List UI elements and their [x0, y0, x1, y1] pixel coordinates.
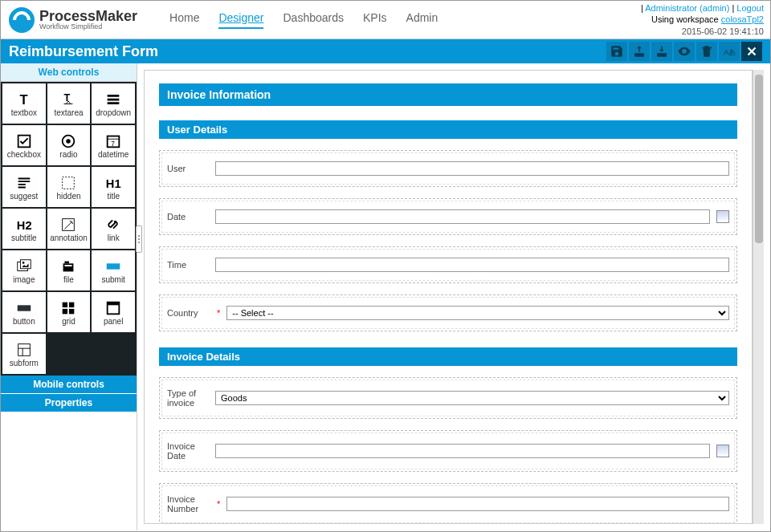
field-invoice-number[interactable]: Invoice Number *: [159, 483, 737, 524]
nav-admin[interactable]: Admin: [406, 11, 439, 29]
logo-tagline: Workflow Simplified: [39, 23, 137, 30]
delete-button[interactable]: [696, 42, 717, 61]
field-time[interactable]: Time: [159, 246, 737, 283]
calendar-icon[interactable]: [716, 445, 729, 457]
workspace-link[interactable]: colosaTpl2: [721, 14, 764, 24]
nav-dashboards[interactable]: Dashboards: [283, 11, 344, 29]
svg-rect-11: [63, 218, 75, 230]
svg-rect-25: [108, 302, 120, 305]
palette-file[interactable]: file: [47, 250, 91, 290]
palette-suggest[interactable]: suggest: [2, 167, 46, 207]
palette-datetime[interactable]: 7datetime: [92, 125, 135, 165]
palette-annotation[interactable]: annotation: [47, 209, 91, 249]
svg-point-5: [67, 139, 71, 144]
field-date[interactable]: Date: [159, 198, 737, 235]
svg-text:T: T: [19, 91, 27, 106]
section-invoice-info[interactable]: Invoice Information: [159, 83, 737, 106]
svg-point-14: [22, 262, 25, 264]
svg-rect-20: [63, 302, 67, 307]
close-button[interactable]: [741, 42, 762, 61]
select-type[interactable]: Goods: [215, 391, 729, 405]
titlebar-actions: Aあ: [606, 42, 762, 61]
palette-panel[interactable]: panel: [92, 292, 135, 332]
palette-checkbox[interactable]: checkbox: [2, 125, 46, 165]
palette-hidden[interactable]: hidden: [47, 167, 91, 207]
input-date[interactable]: [215, 209, 710, 224]
section-invoice-details[interactable]: Invoice Details: [159, 347, 737, 366]
field-user[interactable]: User: [159, 150, 737, 187]
form-canvas[interactable]: Invoice Information User Details User Da…: [144, 70, 753, 524]
svg-rect-26: [18, 343, 30, 355]
palette-title[interactable]: H1title: [92, 167, 135, 207]
timestamp: 2015-06-02 19:41:10: [641, 26, 764, 37]
logo-name: ProcessMaker: [39, 9, 137, 23]
svg-rect-15: [63, 263, 74, 271]
language-button[interactable]: Aあ: [719, 42, 740, 61]
svg-text:H1: H1: [106, 177, 121, 189]
select-country[interactable]: -- Select --: [226, 306, 729, 320]
label-time: Time: [167, 260, 209, 270]
palette-button[interactable]: button: [2, 292, 46, 332]
sidebar-resize-handle[interactable]: [136, 225, 142, 253]
field-invoice-date[interactable]: Invoice Date: [159, 430, 737, 472]
svg-rect-22: [63, 308, 67, 313]
palette-subform[interactable]: subform: [2, 334, 46, 374]
main-nav: Home Designer Dashboards KPIs Admin: [169, 11, 438, 29]
form-canvas-area: Invoice Information User Details User Da…: [137, 63, 770, 530]
palette-submit[interactable]: submit: [92, 250, 135, 290]
palette-radio[interactable]: radio: [47, 125, 91, 165]
svg-rect-17: [65, 265, 72, 266]
svg-text:7: 7: [111, 140, 115, 147]
svg-text:H2: H2: [17, 218, 32, 231]
input-time[interactable]: [215, 258, 729, 272]
label-country: Country: [167, 308, 209, 318]
svg-rect-23: [69, 308, 74, 313]
palette-dropdown[interactable]: dropdown: [92, 83, 135, 124]
form-title: Reimbursement Form: [9, 43, 158, 60]
palette-image[interactable]: image: [2, 250, 46, 290]
nav-kpis[interactable]: KPIs: [363, 11, 387, 29]
logo-icon: [9, 7, 35, 33]
input-invoice-date[interactable]: [215, 444, 710, 458]
palette-textarea[interactable]: Ttextarea: [47, 83, 91, 124]
controls-palette: Ttextbox Ttextarea dropdown checkbox rad…: [1, 82, 137, 376]
import-button[interactable]: [651, 42, 672, 61]
logo[interactable]: ProcessMaker Workflow Simplified: [9, 7, 137, 33]
nav-designer[interactable]: Designer: [218, 11, 263, 29]
accordion-properties[interactable]: Properties: [1, 394, 137, 412]
svg-rect-16: [65, 261, 70, 263]
palette-subtitle[interactable]: H2subtitle: [2, 209, 46, 249]
nav-home[interactable]: Home: [169, 11, 199, 29]
label-invoice-date: Invoice Date: [167, 441, 209, 461]
svg-rect-19: [18, 305, 31, 311]
workspace: Web controls Ttextbox Ttextarea dropdown…: [1, 63, 770, 530]
sidebar: Web controls Ttextbox Ttextarea dropdown…: [1, 63, 137, 530]
svg-rect-8: [63, 177, 75, 189]
label-date: Date: [167, 212, 209, 221]
top-bar: ProcessMaker Workflow Simplified Home De…: [1, 1, 770, 39]
palette-grid[interactable]: grid: [47, 292, 91, 332]
svg-text:T: T: [64, 91, 71, 103]
logout-link[interactable]: Logout: [736, 3, 764, 13]
preview-button[interactable]: [674, 42, 695, 61]
calendar-icon[interactable]: [716, 210, 729, 223]
save-button[interactable]: [606, 42, 627, 61]
input-user[interactable]: [215, 161, 729, 176]
section-user-details[interactable]: User Details: [159, 120, 737, 139]
field-country[interactable]: Country * -- Select --: [159, 294, 737, 331]
svg-rect-13: [20, 259, 31, 268]
administrator-link[interactable]: Administrator (admin): [645, 3, 729, 13]
canvas-scrollbar[interactable]: [753, 70, 764, 524]
accordion-web-controls[interactable]: Web controls: [1, 63, 137, 82]
svg-text:Aあ: Aあ: [724, 48, 736, 56]
label-invoice-number: Invoice Number: [167, 494, 209, 514]
palette-textbox[interactable]: Ttextbox: [2, 83, 46, 124]
palette-link[interactable]: link: [92, 209, 135, 249]
input-invoice-number[interactable]: [226, 497, 729, 511]
field-type[interactable]: Type of invoice Goods: [159, 377, 737, 419]
label-user: User: [167, 164, 209, 173]
svg-rect-21: [69, 302, 74, 307]
accordion-mobile-controls[interactable]: Mobile controls: [1, 376, 137, 394]
export-button[interactable]: [629, 42, 650, 61]
svg-rect-18: [107, 263, 120, 269]
